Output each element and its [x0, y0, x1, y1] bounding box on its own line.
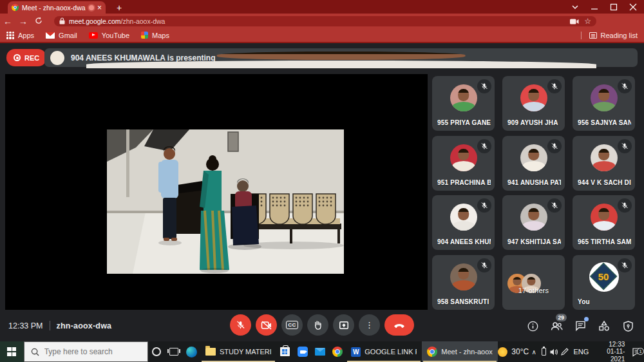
camera-off-button[interactable]: [256, 314, 277, 336]
participant-tile[interactable]: 944 V K SACH DIV...: [573, 136, 635, 191]
participant-avatar: [520, 204, 547, 231]
chat-icon[interactable]: [573, 318, 588, 334]
mic-off-icon: [547, 198, 562, 213]
bookmark-star-icon[interactable]: ☆: [584, 17, 591, 26]
participant-name: 958 SANSKRUTI K...: [437, 298, 491, 305]
activities-icon[interactable]: [596, 318, 612, 334]
mic-off-icon: [618, 139, 632, 153]
system-tray: ∧ ENG 12:33 01-11-2021 1: [529, 341, 644, 362]
mic-off-icon: [477, 258, 491, 272]
pen-icon[interactable]: [560, 348, 570, 356]
reading-list-button[interactable]: Reading list: [581, 32, 638, 39]
bookmark-apps[interactable]: Apps: [6, 32, 34, 39]
clock-date: 01-11-2021: [607, 348, 625, 362]
raise-hand-button[interactable]: [307, 314, 328, 336]
edge-button[interactable]: [183, 341, 200, 362]
participant-tile[interactable]: 958 SANSKRUTI K...: [432, 255, 495, 310]
chrome-icon: [427, 347, 437, 357]
overflow-tile[interactable]: 17 others: [502, 255, 565, 310]
address-bar[interactable]: meet.google.com/zhn-aoox-dwa ☆: [54, 16, 596, 26]
forward-icon[interactable]: →: [15, 16, 31, 26]
url-text: meet.google.com/zhn-aoox-dwa: [69, 17, 165, 25]
search-input[interactable]: [44, 347, 141, 356]
more-options-button[interactable]: ⋮: [359, 314, 380, 336]
present-button[interactable]: [333, 314, 354, 336]
mic-off-icon: [477, 139, 491, 153]
meet-bottom-bar: 12:33 PM zhn-aoox-dwa CC: [0, 312, 644, 341]
cortana-button[interactable]: [148, 341, 166, 362]
lock-icon[interactable]: [59, 15, 65, 27]
youtube-icon: [89, 32, 98, 39]
tab-close-icon[interactable]: ×: [97, 4, 102, 12]
mic-off-icon: [618, 79, 632, 93]
store-button[interactable]: [276, 341, 294, 362]
mic-off-icon: [547, 139, 562, 153]
divider: [50, 321, 50, 330]
volume-icon[interactable]: [549, 348, 560, 356]
host-controls-icon[interactable]: [620, 318, 636, 334]
screen: Meet - zhn-aoox-dwa × + ← → meet.google.…: [0, 0, 644, 362]
action-center-button[interactable]: 1: [630, 348, 644, 356]
window-close-button[interactable]: [630, 4, 636, 10]
others-count-label: 17 others: [502, 287, 565, 294]
window-maximize-button[interactable]: [611, 4, 617, 10]
window-minimize-button[interactable]: [591, 4, 598, 10]
file-explorer-task[interactable]: STUDY MATERIA...: [200, 341, 276, 362]
mic-off-icon: [477, 198, 491, 213]
chat-notification-dot: [584, 317, 589, 321]
mail-button[interactable]: [311, 341, 328, 362]
taskbar-clock[interactable]: 12:33 01-11-2021: [592, 341, 630, 362]
mic-off-button[interactable]: [230, 314, 251, 336]
participant-tile[interactable]: 951 PRACHINA BH...: [432, 136, 495, 191]
participant-tile[interactable]: 965 TIRTHA SAME...: [573, 195, 635, 250]
participant-tile[interactable]: 955 PRIYA GANES...: [432, 76, 495, 131]
language-indicator[interactable]: ENG: [569, 348, 592, 356]
meeting-code: zhn-aoox-dwa: [57, 321, 112, 330]
participant-name: 956 SAJNYA SANJ...: [578, 119, 631, 126]
hidden-icons-chevron[interactable]: ∧: [529, 348, 539, 356]
self-tile[interactable]: 50 You: [573, 255, 635, 310]
bookmark-gmail[interactable]: Gmail: [46, 32, 77, 39]
participant-tile[interactable]: 941 ANUSHA PATIL: [502, 136, 565, 191]
captions-button[interactable]: CC: [281, 314, 303, 336]
bookmark-maps[interactable]: Maps: [141, 32, 169, 39]
task-view-button[interactable]: [166, 341, 183, 362]
more-dots-icon: ⋮: [365, 320, 374, 330]
cortana-icon: [152, 347, 161, 356]
taskbar-search[interactable]: [24, 341, 148, 362]
windows-logo-icon: [7, 347, 16, 356]
new-tab-button[interactable]: +: [113, 2, 125, 14]
folder-icon: [205, 348, 216, 356]
clock-time: 12:33: [609, 341, 625, 348]
participant-tile[interactable]: 956 SAJNYA SANJ...: [573, 76, 635, 131]
apps-grid-icon: [6, 32, 14, 39]
participant-avatar: [450, 263, 477, 291]
presentation-stage[interactable]: [5, 74, 428, 310]
tab-title: Meet - zhn-aoox-dwa: [22, 4, 86, 12]
people-icon[interactable]: 29: [549, 318, 564, 334]
camera-indicator-icon[interactable]: [570, 15, 579, 27]
zoom-button[interactable]: [294, 341, 311, 362]
battery-icon[interactable]: [539, 348, 549, 356]
reload-icon[interactable]: [31, 16, 46, 26]
participant-name: 955 PRIYA GANES...: [437, 119, 491, 126]
chrome-icon: [332, 347, 343, 357]
cc-icon: CC: [286, 321, 299, 329]
tab-search-chevron-icon[interactable]: [572, 5, 578, 9]
leave-call-button[interactable]: [384, 314, 414, 336]
chrome-button[interactable]: [328, 341, 346, 362]
participant-tile[interactable]: 904 ANEES KHUM...: [432, 195, 495, 250]
word-task[interactable]: W GOOGLE LINK FO...: [346, 341, 422, 362]
weather-widget[interactable]: 30°C: [498, 341, 529, 362]
participant-tile[interactable]: 909 AYUSH JHA: [502, 76, 565, 131]
participant-tile[interactable]: 947 KSHITIJA SA...: [502, 195, 565, 250]
store-icon: [280, 347, 290, 356]
browser-tab[interactable]: Meet - zhn-aoox-dwa ×: [8, 1, 106, 14]
start-button[interactable]: [0, 341, 24, 362]
meet-chrome-task[interactable]: Meet - zhn-aoox...: [422, 341, 498, 362]
back-icon[interactable]: ←: [0, 16, 15, 26]
mic-off-icon: [547, 79, 562, 93]
participant-avatar: [450, 84, 477, 111]
info-icon[interactable]: [525, 318, 540, 334]
bookmark-youtube[interactable]: YouTube: [89, 32, 129, 39]
